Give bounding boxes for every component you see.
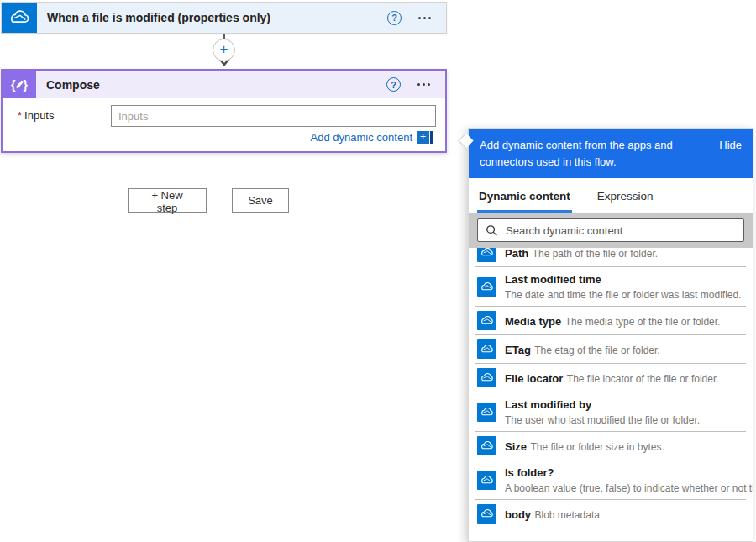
onedrive-icon [477, 403, 496, 422]
onedrive-icon [477, 248, 496, 262]
dynamic-content-list: Path The path of the file or folder. Las… [469, 248, 753, 541]
dynamic-content-item-desc: The file locator of the file or folder. [567, 373, 719, 385]
inputs-label: *Inputs [18, 109, 54, 122]
dynamic-content-item[interactable]: File locator The file locator of the fil… [475, 363, 746, 392]
dynamic-content-item-title: body [505, 508, 531, 521]
menu-ellipsis-icon[interactable] [417, 13, 433, 23]
dynamic-content-item[interactable]: Media type The media type of the file or… [475, 306, 746, 334]
save-button[interactable]: Save [232, 188, 289, 213]
onedrive-icon [477, 504, 496, 524]
help-icon[interactable]: ? [387, 11, 402, 25]
add-dynamic-content-icon: + [417, 131, 433, 144]
tab-expression[interactable]: Expression [596, 190, 655, 213]
dynamic-content-item-title: Size [505, 440, 527, 453]
dynamic-content-item-desc: The date and time the file or folder was… [505, 289, 741, 301]
dynamic-content-item[interactable]: body Blob metadata [475, 499, 746, 528]
onedrive-icon [477, 339, 496, 359]
dynamic-content-item[interactable]: ETag The etag of the file or folder. [475, 334, 746, 363]
search-icon [486, 224, 498, 237]
dynamic-content-item-title: Last modified by [505, 398, 591, 411]
dynamic-content-item-title: Last modified time [505, 273, 601, 286]
onedrive-icon [2, 3, 37, 33]
compose-title: Compose [36, 78, 386, 92]
insert-step-button[interactable]: + [213, 39, 235, 61]
trigger-card[interactable]: When a file is modified (properties only… [1, 2, 447, 34]
dynamic-content-item-desc: The file or folder size in bytes. [530, 441, 664, 453]
menu-ellipsis-icon[interactable] [416, 80, 432, 89]
dynamic-content-item-desc: A boolean value (true, false) to indicat… [505, 482, 753, 494]
dynamic-content-item-desc: The etag of the file or folder. [534, 345, 659, 356]
dynamic-content-item-title: ETag [505, 344, 531, 356]
onedrive-icon [477, 368, 496, 387]
dynamic-content-item[interactable]: Is folder? A boolean value (true, false)… [475, 460, 746, 499]
onedrive-icon [477, 471, 496, 490]
onedrive-icon [477, 277, 496, 297]
onedrive-icon [477, 436, 496, 455]
new-step-button[interactable]: + New step [128, 188, 207, 213]
inputs-field[interactable] [111, 105, 436, 127]
panel-banner-text: Add dynamic content from the apps and co… [480, 139, 673, 168]
dynamic-content-item-title: Media type [505, 315, 561, 328]
search-box[interactable] [477, 218, 744, 242]
compose-card-body: *Inputs Add dynamic content + [3, 98, 445, 151]
dynamic-content-item-title: File locator [505, 372, 563, 385]
add-dynamic-content-link[interactable]: Add dynamic content + [311, 131, 433, 144]
search-row [469, 213, 753, 248]
dynamic-content-item[interactable]: Last modified by The user who last modif… [475, 392, 746, 431]
dynamic-content-panel: Add dynamic content from the apps and co… [468, 128, 753, 542]
dynamic-content-item[interactable]: Last modified time The date and time the… [475, 266, 746, 306]
flow-designer-canvas: When a file is modified (properties only… [0, 0, 756, 542]
dynamic-content-item-desc: The path of the file or folder. [533, 248, 658, 260]
dynamic-content-item-desc: The user who last modified the file or f… [505, 414, 700, 426]
compose-icon: {} [3, 71, 36, 98]
panel-banner: Add dynamic content from the apps and co… [469, 129, 753, 178]
search-input[interactable] [506, 224, 736, 237]
dynamic-content-item[interactable]: Size The file or folder size in bytes. [475, 431, 746, 460]
hide-button[interactable]: Hide [719, 137, 742, 154]
dynamic-content-item-title: Is folder? [505, 466, 554, 479]
onedrive-icon [477, 311, 496, 330]
panel-tabs: Dynamic content Expression [469, 178, 753, 213]
dynamic-content-item[interactable]: Path The path of the file or folder. [475, 248, 746, 266]
trigger-title: When a file is modified (properties only… [37, 11, 387, 24]
dynamic-content-item-title: Path [505, 248, 528, 260]
compose-card[interactable]: {} Compose ? *Inputs Add dynamic content… [1, 69, 447, 153]
dynamic-content-item-desc: The media type of the file or folder. [565, 316, 721, 328]
dynamic-content-item-desc: Blob metadata [535, 509, 600, 521]
help-icon[interactable]: ? [386, 77, 401, 92]
compose-card-header[interactable]: {} Compose ? [3, 71, 445, 98]
tab-dynamic-content[interactable]: Dynamic content [477, 190, 572, 213]
required-asterisk: * [18, 109, 22, 122]
